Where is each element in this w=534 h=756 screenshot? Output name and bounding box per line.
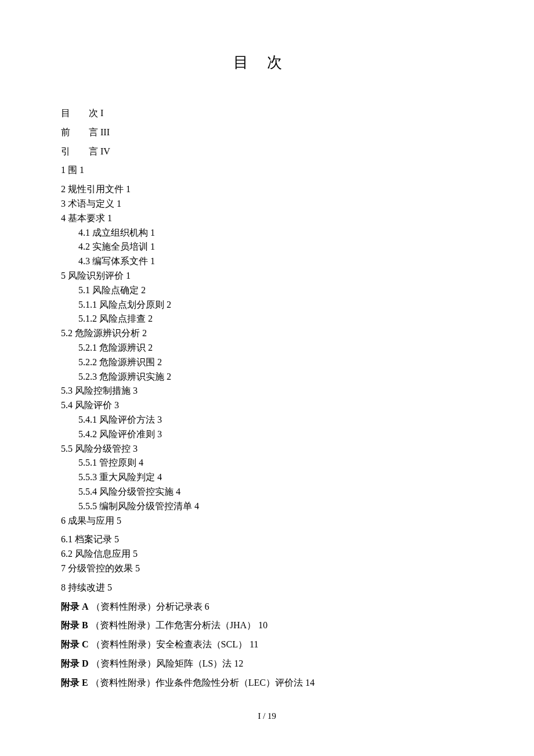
toc-entry: 目 次 I (61, 106, 473, 121)
toc-entry: 5.5.4 风险分级管控实施 4 (61, 485, 473, 499)
document-page: 目次 目 次 I前 言 III引 言 IV1 围 12 规性引用文件 13 术语… (0, 0, 534, 756)
toc-entry-page: 14 (305, 678, 315, 687)
page-footer: I / 19 (0, 711, 534, 721)
toc-spacer (61, 140, 473, 145)
toc-entry: 8 持续改进 5 (61, 581, 473, 595)
toc-entry-label: （资料性附录）作业条件危险性分析（LEC）评价法 (91, 678, 303, 687)
toc-entry: 6 成果与应用 5 (61, 514, 473, 528)
toc-entry: 6.2 风险信息应用 5 (61, 547, 473, 561)
toc-entry-page: 2 (167, 300, 171, 309)
toc-entry-page: 5 (135, 563, 140, 573)
toc-entry-label: 危险源辨识实施 (99, 372, 164, 381)
toc-entry: 4.3 编写体系文件 1 (61, 254, 473, 269)
toc-entry: 6.1 档案记录 5 (61, 532, 473, 547)
toc-entry: 5.5.5 编制风险分级管控清单 4 (61, 499, 473, 514)
toc-entry-number: 附录 B (61, 620, 88, 630)
toc-entry: 5.4 风险评价 3 (61, 398, 473, 413)
toc-entry-page: 1 (126, 184, 131, 194)
toc-spacer (61, 671, 473, 676)
toc-entry-label: 危险源辨识围 (99, 357, 155, 367)
toc-entry-page: 3 (133, 386, 138, 395)
toc-entry-page: 4 (157, 472, 162, 482)
toc-entry-number: 5.5.3 (78, 472, 97, 482)
toc-entry-number: 6 (61, 516, 66, 525)
toc-entry: 附录 E （资料性附录）作业条件危险性分析（LEC）评价法 14 (61, 676, 473, 690)
toc-entry-number: 8 (61, 582, 66, 592)
toc-entry: 2 规性引用文件 1 (61, 182, 473, 197)
toc-entry-number: 4.3 (78, 256, 90, 266)
toc-entry: 5.1.2 风险点排查 2 (61, 312, 473, 326)
toc-entry-page: 5 (133, 549, 138, 559)
toc-entry: 5.4.1 风险评价方法 3 (61, 413, 473, 427)
toc-entry: 5.2.1 危险源辨识 2 (61, 341, 473, 355)
toc-entry-number: 6.2 (61, 549, 73, 559)
toc-entry-number: 5.2.1 (78, 343, 97, 352)
toc-entry-number: 5.1.1 (78, 300, 97, 309)
toc-entry-page: I (100, 108, 103, 118)
toc-entry-label: 术语与定义 (68, 199, 114, 208)
toc-entry-number: 4.2 (78, 242, 90, 251)
toc-entry-page: 1 (150, 242, 155, 251)
toc-entry-label: 档案记录 (75, 534, 112, 544)
toc-entry-number: 5.5.5 (78, 501, 97, 511)
toc-entry: 附录 A （资料性附录）分析记录表 6 (61, 600, 473, 614)
toc-entry-page: 1 (107, 213, 112, 223)
toc-spacer (61, 595, 473, 600)
toc-entry-number: 5.5 (61, 444, 73, 453)
toc-entry-number: 附录 D (61, 658, 89, 668)
toc-entry-label: 风险识别评价 (68, 271, 124, 280)
toc-entry-label: 编写体系文件 (92, 256, 148, 266)
toc-entry-number: 4 (61, 213, 66, 223)
toc-entry: 附录 C （资料性附录）安全检查表法（SCL） 11 (61, 638, 473, 652)
toc-entry-label: 围 (68, 165, 77, 175)
toc-entry: 附录 B （资料性附录）工作危害分析法（JHA） 10 (61, 618, 473, 633)
toc-entry-page: 1 (117, 199, 121, 208)
toc-entry-page: 1 (126, 271, 131, 280)
toc-entry: 4 基本要求 1 (61, 211, 473, 226)
toc-entry: 5.1 风险点确定 2 (61, 283, 473, 298)
toc-spacer (61, 652, 473, 657)
toc-entry: 4.1 成立组织机构 1 (61, 226, 473, 240)
toc-entry-number: 5.4.2 (78, 429, 97, 439)
toc-entry-label: （资料性附录）风险矩阵（LS）法 (91, 658, 232, 668)
toc-entry-number: 5.2.3 (78, 372, 97, 381)
toc-entry-number: 5.1.2 (78, 314, 97, 323)
toc-entry-number: 5.5.4 (78, 487, 97, 496)
toc-spacer (61, 159, 473, 163)
toc-entry-label: 持续改进 (68, 582, 105, 592)
toc-entry-label: （资料性附录）安全检查表法（SCL） (91, 639, 247, 649)
toc-entry-page: 2 (148, 314, 153, 323)
toc-entry-number: 5.4 (61, 400, 73, 410)
toc-entry-number: 5.4.1 (78, 415, 97, 424)
toc-entry-label: 实施全员培训 (92, 242, 148, 251)
toc-entry-label: 风险评价准则 (99, 429, 155, 439)
toc-entry: 4.2 实施全员培训 1 (61, 240, 473, 254)
toc-entry-label: 引 言 (61, 146, 98, 156)
toc-entry-number: 6.1 (61, 534, 73, 544)
toc-entry: 7 分级管控的效果 5 (61, 561, 473, 576)
toc-entry-label: 基本要求 (68, 213, 105, 223)
toc-entry: 5 风险识别评价 1 (61, 269, 473, 283)
toc-entry-label: （资料性附录）工作危害分析法（JHA） (91, 620, 256, 630)
toc-entry-number: 4.1 (78, 228, 90, 237)
toc-entry-page: 12 (234, 658, 243, 668)
toc-entry-page: 3 (133, 444, 138, 453)
toc-entry: 附录 D （资料性附录）风险矩阵（LS）法 12 (61, 657, 473, 671)
toc-entry-page: 11 (250, 639, 258, 649)
toc-entry-page: 3 (157, 429, 162, 439)
toc-entry-number: 附录 A (61, 602, 89, 611)
toc-entry-number: 5.3 (61, 386, 73, 395)
toc-entry-label: 分级管控的效果 (68, 563, 133, 573)
toc-entry-label: （资料性附录）分析记录表 (91, 602, 203, 611)
toc-entry-label: 风险点划分原则 (99, 300, 164, 309)
toc-entry-page: 1 (80, 165, 84, 175)
toc-entry-page: 1 (150, 228, 155, 237)
toc-entry-page: 5 (117, 516, 121, 525)
toc-entry: 5.3 风险控制措施 3 (61, 384, 473, 398)
toc-spacer (61, 576, 473, 581)
toc-entry-label: 风险分级管控 (75, 444, 131, 453)
toc-entry-number: 附录 E (61, 678, 88, 687)
toc-entry-label: 危险源辨识分析 (75, 328, 140, 338)
toc-entry: 5.2.3 危险源辨识实施 2 (61, 370, 473, 384)
toc-entry-page: 1 (150, 256, 155, 266)
